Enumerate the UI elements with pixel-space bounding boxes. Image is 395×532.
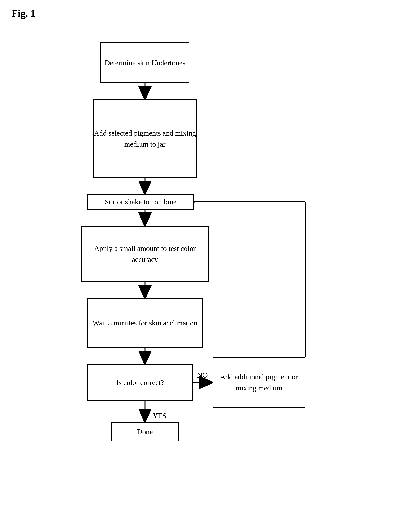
yes-label: YES	[153, 412, 167, 420]
determine-box: Determine skin Undertones	[100, 43, 189, 83]
add-additional-box: Add additional pigment or mixing medium	[213, 357, 305, 407]
is-color-box: Is color correct?	[87, 364, 193, 401]
wait-box: Wait 5 minutes for skin acclimation	[87, 299, 203, 348]
add-pigments-box: Add selected pigments and mixing medium …	[93, 99, 197, 178]
fig-label: Fig. 1	[11, 8, 36, 19]
stir-box: Stir or shake to combine	[87, 194, 194, 210]
no-label: NO	[197, 371, 208, 379]
done-box: Done	[111, 422, 179, 441]
apply-box: Apply a small amount to test color accur…	[81, 226, 209, 282]
